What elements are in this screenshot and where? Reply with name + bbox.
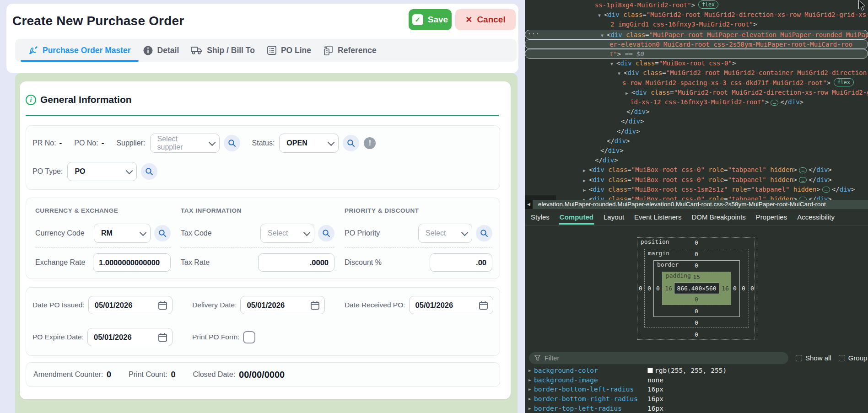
- dom-tree-line[interactable]: ▼<div class="MuiBox-root css-0">: [610, 59, 736, 68]
- dom-tree-line[interactable]: ▶<div class="MuiGrid2-root MuiGrid2-dire…: [625, 88, 868, 97]
- dom-tree-line[interactable]: </div>: [600, 146, 624, 156]
- filter-input[interactable]: Filter: [529, 352, 788, 364]
- currency-code-select[interactable]: RM: [94, 224, 151, 243]
- supplier-search-button[interactable]: [224, 135, 240, 151]
- padding-bottom-value: 0: [695, 295, 698, 302]
- dom-tree-line[interactable]: </div>: [617, 127, 640, 136]
- code-token: class: [608, 195, 627, 200]
- tab-ship-bill-to[interactable]: Ship / Bill To: [185, 39, 261, 62]
- computed-property-row[interactable]: ▶border-top-left-radius16px: [525, 404, 868, 413]
- box-model-content[interactable]: 866.400×560: [674, 283, 719, 294]
- computed-property-row[interactable]: ▶background-imagenone: [525, 375, 868, 385]
- collapsed-content-icon[interactable]: …: [822, 187, 830, 193]
- show-all-checkbox[interactable]: [796, 355, 802, 361]
- collapsed-content-icon[interactable]: …: [799, 167, 807, 173]
- computed-property-row[interactable]: ▶border-bottom-right-radius16px: [525, 394, 868, 404]
- collapsed-arrow-icon[interactable]: ▶: [583, 185, 589, 195]
- collapsed-arrow-icon[interactable]: ▶: [583, 176, 589, 185]
- date-received-input[interactable]: 05/01/2026: [409, 296, 493, 314]
- tab-reference[interactable]: Reference: [317, 39, 383, 62]
- discount-input[interactable]: .00: [430, 253, 492, 272]
- devtools-tab-accessibility[interactable]: Accessibility: [792, 209, 840, 225]
- status-search-button[interactable]: [343, 135, 359, 151]
- dom-tree-line[interactable]: t"> == $0: [525, 49, 868, 59]
- chevron-down-icon: [140, 229, 147, 236]
- print-count-label: Print Count:: [129, 370, 167, 379]
- date-po-issued-input[interactable]: 05/01/2026: [88, 296, 173, 314]
- group-label: Group: [848, 354, 868, 362]
- dom-tree-line[interactable]: id-xs-12 css-16fnxy3-MuiGrid2-root">…</d…: [630, 97, 803, 107]
- collapsed-arrow-icon[interactable]: ▶: [583, 166, 589, 175]
- expand-arrow-icon[interactable]: ▼: [618, 69, 624, 78]
- computed-property-row[interactable]: ▶border-bottom-left-radius16px: [525, 385, 868, 394]
- delivery-date-input[interactable]: 05/01/2026: [240, 296, 324, 314]
- collapsed-arrow-icon[interactable]: ▶: [583, 195, 589, 200]
- supplier-select[interactable]: Select supplier: [150, 134, 220, 153]
- tab-detail[interactable]: Detail: [137, 39, 185, 62]
- dom-tree-line[interactable]: s-row MuiGrid2-spacing-xs-3 css-dkd71f-M…: [622, 78, 854, 88]
- dom-tree-line[interactable]: </div>: [626, 107, 650, 117]
- code-token: [766, 195, 770, 200]
- code-token: =: [662, 69, 666, 76]
- tax-search-button[interactable]: [318, 225, 334, 241]
- property-expand-icon[interactable]: ▶: [528, 387, 534, 392]
- dom-tree-line[interactable]: ▶<div class="MuiBox-root css-0" role="ta…: [583, 165, 832, 175]
- code-token: >: [793, 195, 797, 200]
- po-expire-date-input[interactable]: 05/01/2026: [87, 328, 173, 346]
- dom-tree-line[interactable]: ▶<div class="MuiBox-root css-1sm2s1z" ro…: [583, 185, 855, 194]
- collapsed-content-icon[interactable]: …: [799, 197, 807, 200]
- dom-tree-line[interactable]: ▼<div class="MuiGrid2-root MuiGrid2-cont…: [618, 68, 868, 78]
- dom-tree-line[interactable]: ▶<div class="MuiBox-root css-0" role="ta…: [583, 194, 832, 200]
- collapsed-content-icon[interactable]: …: [799, 177, 807, 183]
- po-no-value: -: [102, 139, 104, 148]
- devtools-tab-layout[interactable]: Layout: [598, 209, 629, 225]
- group-checkbox[interactable]: [839, 355, 845, 361]
- exchange-rate-input[interactable]: 1.0000000000000: [93, 253, 171, 272]
- breadcrumb-back-button[interactable]: ◀: [525, 200, 533, 209]
- more-actions-icon[interactable]: ···: [528, 30, 539, 37]
- property-expand-icon[interactable]: ▶: [528, 368, 534, 373]
- expand-arrow-icon[interactable]: ▼: [610, 59, 616, 69]
- property-expand-icon[interactable]: ▶: [528, 397, 534, 401]
- save-button[interactable]: ✓ Save: [409, 9, 452, 30]
- currency-search-button[interactable]: [154, 225, 171, 241]
- cancel-button[interactable]: ✕ Cancel: [455, 9, 516, 30]
- po-priority-select[interactable]: Select: [418, 224, 472, 243]
- code-token: </: [832, 186, 840, 193]
- dom-tree-line[interactable]: ▼<div class="MuiGrid2-root MuiGrid2-dire…: [598, 10, 868, 20]
- property-expand-icon[interactable]: ▶: [528, 378, 534, 382]
- collapsed-content-icon[interactable]: …: [771, 100, 778, 106]
- dom-tree-line[interactable]: ▶<div class="MuiBox-root css-0" role="ta…: [583, 175, 832, 185]
- dom-tree-line[interactable]: </div>: [621, 117, 644, 126]
- dom-tree-line[interactable]: </div>: [607, 136, 630, 146]
- po-type-select[interactable]: PO: [67, 162, 137, 181]
- property-expand-icon[interactable]: ▶: [528, 406, 534, 411]
- border-right-value: 0: [733, 284, 737, 291]
- status-select[interactable]: OPEN: [279, 134, 339, 153]
- priority-search-button[interactable]: [476, 225, 492, 241]
- dom-tree-line[interactable]: ▼<div class="MuiPaper-root MuiPaper-elev…: [525, 30, 868, 39]
- tab-po-line[interactable]: PO Line: [261, 39, 317, 62]
- dom-tree-line[interactable]: ss-1pi8xg4-MuiGrid2-root">flex: [595, 0, 718, 10]
- dom-tree-line[interactable]: er-elevation0 MuiCard-root css-2s58ym-Mu…: [525, 39, 868, 49]
- horizontal-scrollbar[interactable]: [525, 195, 556, 200]
- devtools-tab-dom-breakpoints[interactable]: DOM Breakpoints: [686, 209, 750, 225]
- expand-arrow-icon[interactable]: ▼: [598, 11, 604, 20]
- tax-rate-input[interactable]: .0000: [258, 253, 334, 272]
- dom-tree-line[interactable]: 2 imgGird1 css-16fnxy3-MuiGrid2-root">: [610, 20, 757, 29]
- devtools-tab-computed[interactable]: Computed: [555, 209, 598, 225]
- devtools-tab-styles[interactable]: Styles: [526, 209, 555, 225]
- purchase-order-app: Create New Purchase Order ✓ Save ✕ Cance…: [0, 0, 525, 413]
- print-po-form-checkbox[interactable]: [243, 331, 255, 343]
- tab-purchase-order-master[interactable]: Purchase Order Master: [22, 39, 137, 62]
- expand-arrow-icon[interactable]: ▼: [601, 31, 607, 40]
- computed-property-row[interactable]: ▶background-colorrgb(255, 255, 255): [525, 366, 868, 375]
- tax-code-select[interactable]: Select: [260, 224, 314, 243]
- code-token: </: [600, 147, 608, 154]
- dom-tree-line[interactable]: </div>: [595, 156, 618, 165]
- collapsed-arrow-icon[interactable]: ▶: [625, 88, 631, 98]
- po-type-search-button[interactable]: [141, 163, 157, 180]
- devtools-tab-properties[interactable]: Properties: [751, 209, 792, 225]
- devtools-tab-event-listeners[interactable]: Event Listeners: [629, 209, 686, 225]
- code-token: class: [651, 89, 670, 96]
